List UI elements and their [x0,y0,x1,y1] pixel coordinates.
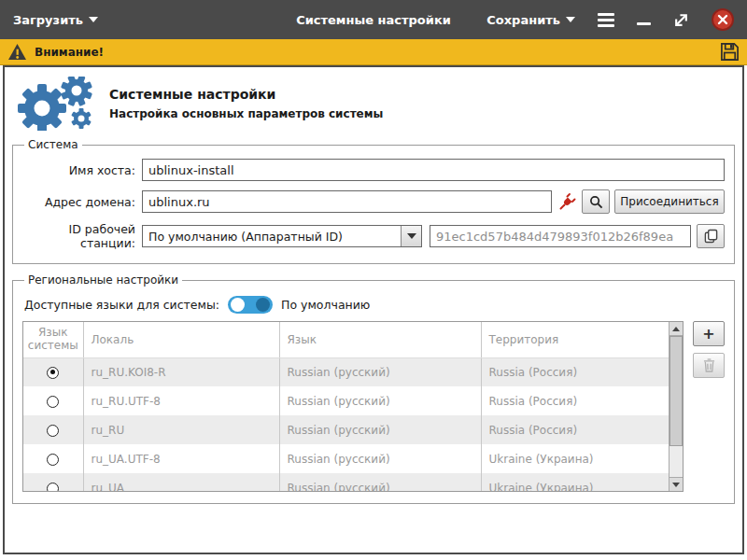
locale-radio[interactable] [47,483,59,492]
domain-label: Адрес домена: [22,195,142,209]
hostname-input[interactable] [142,159,725,181]
titlebar: Загрузить Системные настройки Сохранить [0,0,747,39]
cell-locale: ru_RU [83,415,279,444]
gears-icon [14,77,96,131]
locale-radio[interactable] [47,367,59,379]
regional-legend: Региональные настройки [24,273,182,287]
delete-locale-button[interactable] [693,353,725,378]
station-id-dropdown-button[interactable] [401,226,421,246]
cell-locale: ru_UA [83,473,279,491]
cell-language: Russian (русский) [279,444,481,473]
system-fieldset: Система Имя хоста: Адрес домена: [12,138,735,264]
scroll-down-button[interactable] [669,477,683,491]
languages-toggle-state: По умолчанию [281,298,370,312]
save-menu-button[interactable]: Сохранить [486,13,575,27]
scroll-up-button[interactable] [669,322,683,336]
load-menu-label: Загрузить [13,13,83,27]
cell-territory: Russia (Россия) [481,386,669,415]
locale-radio[interactable] [47,425,59,437]
locale-radio[interactable] [47,396,59,408]
cell-territory: Russia (Россия) [481,357,669,386]
add-locale-button[interactable]: + [693,321,725,346]
triangle-down-icon [672,483,680,487]
save-menu-label: Сохранить [486,13,560,27]
toggle-knob [231,298,245,312]
languages-toggle[interactable] [228,296,273,314]
page-header: Системные настройки Настройка основных п… [12,73,735,138]
station-id-selected-option: По умолчанию (Аппаратный ID) [143,230,401,244]
column-header-system-language: Язык системы [23,322,83,357]
copy-id-button[interactable] [697,224,725,248]
domain-search-button[interactable] [582,189,610,214]
warning-text: Внимание! [35,46,104,59]
chevron-down-icon [89,17,98,22]
locales-table: Язык системы Локаль Язык Территория ru_R… [22,321,684,492]
page-title: Системные настройки [109,87,383,102]
scrollbar-track[interactable] [669,336,683,477]
join-domain-button[interactable]: Присоединиться [614,189,725,214]
search-icon [589,195,603,209]
locale-table-body: ru_RU.KOI8-R Russian (русский) Russia (Р… [23,357,669,491]
save-file-icon[interactable] [720,42,740,62]
cell-language: Russian (русский) [279,357,481,386]
cell-locale: ru_UA.UTF-8 [83,444,279,473]
locale-radio[interactable] [47,454,59,466]
main-menu-button[interactable] [598,13,614,27]
disconnected-icon [558,192,577,211]
minimize-icon [637,22,651,25]
main-panel: Системные настройки Настройка основных п… [3,65,744,554]
table-row[interactable]: ru_UA.UTF-8 Russian (русский) Ukraine (У… [23,444,669,473]
maximize-button[interactable] [673,12,689,28]
table-row[interactable]: ru_RU.KOI8-R Russian (русский) Russia (Р… [23,357,669,386]
page-subtitle: Настройка основных параметров системы [109,107,383,120]
load-menu-button[interactable]: Загрузить [13,13,98,27]
station-id-label: ID рабочей станции: [22,222,142,250]
regional-fieldset: Региональные настройки Доступные языки д… [12,273,735,504]
close-button[interactable] [712,8,734,31]
warning-bar: Внимание! [0,39,747,65]
chevron-down-icon [566,17,575,22]
station-id-value-field[interactable] [430,225,691,247]
cell-language: Russian (русский) [279,386,481,415]
cell-language: Russian (русский) [279,473,481,491]
table-header-row: Язык системы Локаль Язык Территория [23,322,669,357]
hamburger-icon [598,13,614,27]
scrollbar-thumb[interactable] [669,336,683,446]
column-header-language: Язык [279,322,481,357]
table-row[interactable]: ru_RU Russian (русский) Russia (Россия) [23,415,669,444]
cell-territory: Russia (Россия) [481,415,669,444]
copy-icon [704,229,718,244]
cell-locale: ru_RU.KOI8-R [83,357,279,386]
domain-input[interactable] [142,190,552,213]
chevron-down-icon [407,233,416,239]
delete-icon [703,358,715,372]
warning-icon [7,43,27,61]
table-scrollbar[interactable] [669,322,683,491]
column-header-locale: Локаль [83,322,279,357]
hostname-label: Имя хоста: [22,163,142,177]
table-row[interactable]: ru_RU.UTF-8 Russian (русский) Russia (Ро… [23,386,669,415]
cell-language: Russian (русский) [279,415,481,444]
cell-locale: ru_RU.UTF-8 [83,386,279,415]
column-header-territory: Территория [481,322,669,357]
resize-diagonal-icon [673,12,689,28]
station-id-select[interactable]: По умолчанию (Аппаратный ID) [142,225,422,247]
triangle-up-icon [672,327,680,331]
cell-territory: Ukraine (Украина) [481,473,669,491]
cell-territory: Ukraine (Украина) [481,444,669,473]
languages-toggle-label: Доступные языки для системы: [24,298,219,312]
table-row[interactable]: ru_UA Russian (русский) Ukraine (Украина… [23,473,669,491]
system-legend: Система [24,138,82,151]
minimize-button[interactable] [637,15,651,25]
close-icon [717,14,728,25]
